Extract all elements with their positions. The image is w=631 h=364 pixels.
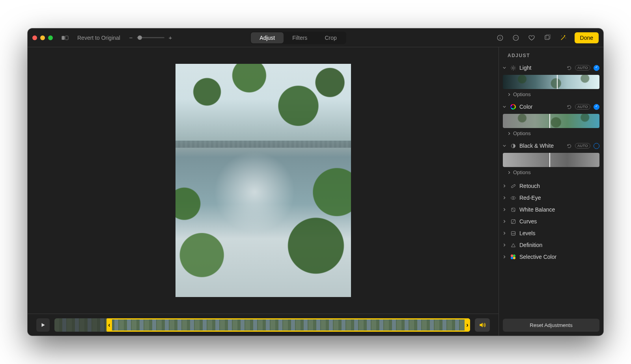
zoom-in-button[interactable]: + <box>168 34 173 41</box>
split-view-icon <box>62 34 69 41</box>
chevron-down-icon <box>503 66 507 69</box>
reset-light-button[interactable] <box>567 65 572 71</box>
volume-icon <box>478 321 486 329</box>
section-selective-color[interactable]: Selective Color <box>503 251 599 263</box>
trim-selection <box>106 318 470 332</box>
auto-bw-button[interactable]: AUTO <box>575 143 590 149</box>
color-slider[interactable] <box>503 114 599 128</box>
color-options-label: Options <box>513 130 531 136</box>
live-photo-button[interactable] <box>543 33 552 42</box>
toolbar-right: Done <box>496 32 599 43</box>
volume-button[interactable] <box>475 318 490 332</box>
more-button[interactable] <box>512 33 520 42</box>
adjust-sidebar: ADJUST Light AUTO Options <box>498 47 603 336</box>
section-color-title: Color <box>519 104 564 110</box>
svg-rect-13 <box>511 184 515 188</box>
eye-icon <box>510 195 516 201</box>
reset-bw-button[interactable] <box>567 143 572 149</box>
play-button[interactable] <box>36 318 50 332</box>
svg-point-4 <box>500 36 500 37</box>
section-definition[interactable]: Definition <box>503 239 599 251</box>
section-levels[interactable]: Levels <box>503 227 599 239</box>
chevron-right-icon <box>503 220 507 223</box>
zoom-slider-thumb[interactable] <box>138 35 142 40</box>
aspect-icon <box>544 34 551 41</box>
enable-bw-toggle[interactable] <box>594 143 599 149</box>
tab-crop[interactable]: Crop <box>316 32 345 43</box>
light-slider[interactable] <box>503 75 599 89</box>
heart-icon <box>528 34 535 41</box>
section-color: Color AUTO Options <box>503 102 599 138</box>
bw-slider[interactable] <box>503 153 599 167</box>
chevron-down-icon <box>503 105 507 108</box>
enable-color-toggle[interactable] <box>594 104 599 110</box>
reset-adjustments-button[interactable]: Reset Adjustments <box>503 319 599 332</box>
auto-enhance-button[interactable] <box>559 33 568 42</box>
light-slider-thumb[interactable] <box>557 75 558 89</box>
chevron-right-icon <box>503 208 507 211</box>
section-redeye[interactable]: Red-Eye <box>503 192 599 204</box>
color-options-toggle[interactable]: Options <box>503 130 599 138</box>
favorite-button[interactable] <box>527 33 536 42</box>
revert-button[interactable]: Revert to Original <box>74 33 123 43</box>
video-timeline[interactable]: ‹ › <box>54 318 470 332</box>
video-timeline-bar: ‹ › <box>28 314 498 336</box>
close-window-button[interactable] <box>32 35 37 40</box>
curves-icon <box>510 218 516 225</box>
trim-handle-end[interactable]: › <box>465 318 470 332</box>
section-wb[interactable]: White Balance <box>503 204 599 215</box>
chevron-right-icon <box>508 171 511 174</box>
tab-adjust[interactable]: Adjust <box>251 32 284 43</box>
bw-options-label: Options <box>513 169 531 175</box>
canvas-viewport[interactable] <box>28 47 498 314</box>
auto-light-button[interactable]: AUTO <box>575 65 590 71</box>
zoom-control: − + <box>128 34 173 41</box>
minimize-window-button[interactable] <box>40 35 45 40</box>
section-bw: Black & White AUTO Options <box>503 141 599 177</box>
wand-icon <box>560 34 567 41</box>
bw-slider-thumb[interactable] <box>549 153 550 167</box>
info-button[interactable] <box>496 33 504 42</box>
info-icon <box>497 34 504 41</box>
section-retouch-title: Retouch <box>519 183 599 189</box>
light-options-toggle[interactable]: Options <box>503 91 599 99</box>
media-preview <box>175 64 351 297</box>
bw-options-toggle[interactable]: Options <box>503 169 599 177</box>
section-bw-header[interactable]: Black & White AUTO <box>503 141 599 150</box>
play-icon <box>40 322 46 328</box>
zoom-window-button[interactable] <box>48 35 53 40</box>
svg-point-6 <box>514 37 515 38</box>
eyedropper-icon <box>510 206 516 213</box>
tab-filters[interactable]: Filters <box>284 32 316 43</box>
svg-rect-9 <box>545 35 549 40</box>
bw-icon <box>510 143 516 149</box>
section-light-header[interactable]: Light AUTO <box>503 63 599 72</box>
chevron-right-icon <box>508 132 511 135</box>
compare-toggle[interactable] <box>61 33 69 42</box>
zoom-out-button[interactable]: − <box>128 34 134 41</box>
enable-light-toggle[interactable] <box>594 65 599 71</box>
section-levels-title: Levels <box>519 230 599 236</box>
auto-color-button[interactable]: AUTO <box>575 104 590 110</box>
section-redeye-title: Red-Eye <box>519 195 599 201</box>
chevron-right-icon <box>503 243 507 247</box>
chevron-right-icon <box>503 196 507 199</box>
reset-color-button[interactable] <box>567 104 572 110</box>
section-color-header[interactable]: Color AUTO <box>503 102 599 111</box>
trim-handle-start[interactable]: ‹ <box>106 318 112 332</box>
color-slider-thumb[interactable] <box>549 114 550 128</box>
svg-rect-1 <box>65 36 68 40</box>
chevron-right-icon <box>503 232 507 235</box>
timeline-frames-outside <box>54 318 106 332</box>
toolbar: Revert to Original − + Adjust Filters Cr… <box>28 28 603 47</box>
done-button[interactable]: Done <box>575 32 599 43</box>
svg-point-14 <box>512 197 513 198</box>
section-curves[interactable]: Curves <box>503 215 599 227</box>
section-retouch[interactable]: Retouch <box>503 180 599 192</box>
window-controls <box>32 35 53 40</box>
svg-point-11 <box>512 67 514 69</box>
chevron-right-icon <box>503 255 507 258</box>
editor-body: ‹ › ADJUST Light AUTO <box>28 47 603 336</box>
zoom-slider[interactable] <box>137 37 164 38</box>
photos-edit-window: Revert to Original − + Adjust Filters Cr… <box>28 28 603 336</box>
